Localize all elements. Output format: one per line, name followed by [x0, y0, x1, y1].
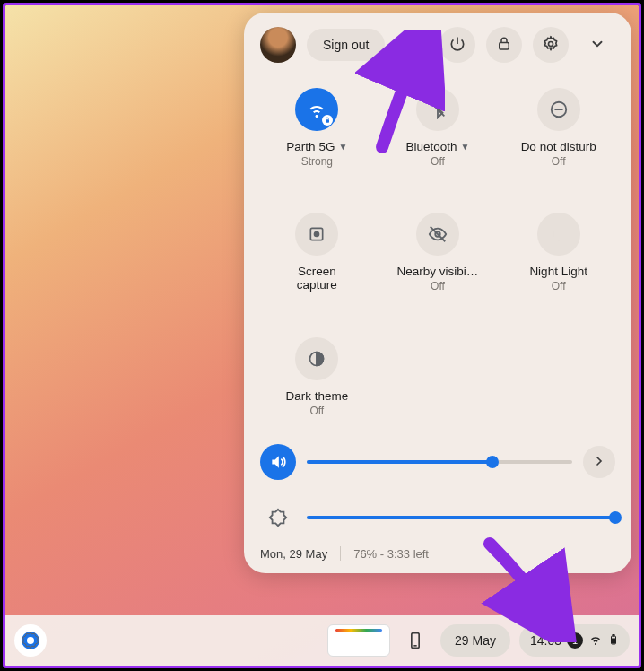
caret-icon: ▼: [461, 142, 470, 152]
svg-rect-17: [613, 634, 614, 636]
bluetooth-tile[interactable]: Bluetooth ▼ Off: [381, 88, 495, 168]
shelf-time: 14:03: [530, 633, 561, 648]
svg-point-13: [27, 637, 34, 644]
nearby-label: Nearby visibi…: [397, 265, 479, 278]
darktheme-sub: Off: [309, 405, 324, 417]
brightness-icon[interactable]: [260, 500, 296, 536]
shelf-date-pill[interactable]: 29 May: [440, 624, 510, 657]
bluetooth-sub: Off: [431, 155, 445, 168]
nightlight-sub: Off: [552, 280, 566, 292]
wifi-icon: [295, 88, 338, 131]
sliders: [260, 444, 615, 536]
footer-date: Mon, 29 May: [260, 547, 327, 561]
collapse-button[interactable]: [579, 27, 615, 63]
power-button[interactable]: [439, 27, 475, 63]
power-icon: [448, 35, 466, 56]
battery-status-icon: [608, 632, 619, 650]
tiles-grid: Parth 5G ▼ Strong Bluetooth ▼ Off: [260, 88, 615, 417]
darktheme-label: Dark theme: [285, 389, 348, 403]
volume-expand-button[interactable]: [583, 446, 615, 478]
wifi-tile[interactable]: Parth 5G ▼ Strong: [260, 88, 374, 168]
shelf-status-pill[interactable]: 14:03 1: [519, 624, 630, 657]
panel-footer: Mon, 29 May 76% - 3:33 left: [260, 546, 615, 561]
screencap-label: Screencapture: [297, 265, 337, 292]
darktheme-icon: [295, 337, 338, 380]
bluetooth-off-icon: [416, 88, 459, 131]
sign-out-button[interactable]: Sign out: [307, 29, 385, 61]
shelf: 29 May 14:03 1: [5, 615, 639, 666]
wifi-sub: Strong: [301, 155, 333, 168]
shelf-date: 29 May: [455, 633, 496, 648]
notification-badge: 1: [567, 632, 583, 649]
brightness-row: [260, 500, 615, 536]
nightlight-label: Night Light: [529, 265, 587, 278]
nearby-tile[interactable]: Nearby visibi… Off: [381, 213, 495, 292]
dnd-sub: Off: [552, 155, 566, 168]
footer-battery[interactable]: 76% - 3:33 left: [353, 547, 429, 561]
screencap-icon: [295, 213, 338, 256]
shelf-window-preview[interactable]: [327, 624, 390, 657]
volume-icon[interactable]: [260, 444, 296, 480]
lock-button[interactable]: [486, 27, 522, 63]
svg-point-7: [315, 232, 319, 237]
dnd-icon: [537, 88, 580, 131]
caret-icon: ▼: [338, 142, 347, 152]
wifi-label: Parth 5G: [286, 140, 335, 153]
svg-marker-11: [270, 510, 286, 526]
wifi-status-icon: [588, 632, 603, 649]
quick-settings-panel: Sign out: [244, 13, 631, 573]
avatar[interactable]: [260, 27, 296, 63]
visibility-off-icon: [416, 213, 459, 256]
brightness-slider[interactable]: [307, 516, 615, 519]
nearby-sub: Off: [431, 280, 445, 292]
svg-point-1: [549, 41, 553, 46]
nightlight-tile[interactable]: Night Light Off: [501, 213, 615, 292]
shelf-settings-app[interactable]: [14, 624, 47, 657]
dnd-label: Do not disturb: [521, 140, 596, 153]
gear-icon: [542, 35, 560, 56]
svg-rect-18: [613, 639, 615, 643]
dnd-tile[interactable]: Do not disturb Off: [501, 88, 615, 168]
lock-icon: [496, 36, 512, 55]
chevron-down-icon: [589, 36, 605, 55]
chevron-right-icon: [592, 454, 606, 471]
footer-separator: [340, 546, 341, 561]
panel-header: Sign out: [260, 27, 615, 63]
bluetooth-label: Bluetooth: [406, 140, 457, 153]
shelf-phone-hub[interactable]: [399, 624, 431, 657]
screencap-tile[interactable]: Screencapture: [260, 213, 374, 292]
svg-rect-0: [500, 42, 509, 49]
darktheme-tile[interactable]: Dark theme Off: [260, 337, 374, 417]
nightlight-icon: [537, 213, 580, 256]
volume-row: [260, 444, 615, 480]
volume-slider[interactable]: [307, 460, 572, 464]
settings-button[interactable]: [533, 27, 569, 63]
svg-rect-2: [326, 119, 329, 122]
